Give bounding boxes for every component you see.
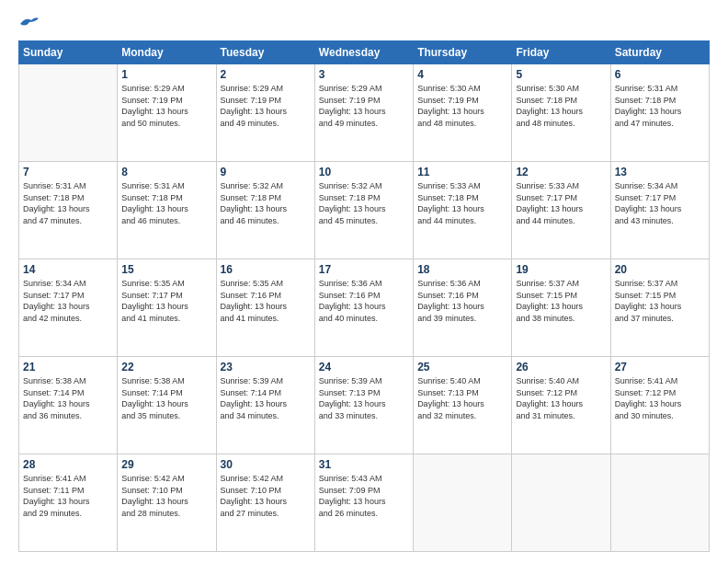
day-info: Sunrise: 5:37 AM Sunset: 7:15 PM Dayligh… [516,278,606,324]
weekday-thursday: Thursday [414,41,512,64]
day-number: 29 [121,458,211,471]
day-number: 15 [121,263,211,276]
day-info: Sunrise: 5:40 AM Sunset: 7:12 PM Dayligh… [516,375,606,421]
day-number: 16 [221,263,311,276]
day-info: Sunrise: 5:41 AM Sunset: 7:11 PM Dayligh… [23,473,113,519]
calendar-cell [610,454,709,552]
calendar-cell: 13Sunrise: 5:34 AM Sunset: 7:17 PM Dayli… [610,162,709,259]
week-row-4: 28Sunrise: 5:41 AM Sunset: 7:11 PM Dayli… [19,454,710,552]
day-number: 17 [319,263,409,276]
calendar-cell: 17Sunrise: 5:36 AM Sunset: 7:16 PM Dayli… [314,259,413,357]
calendar-cell: 5Sunrise: 5:30 AM Sunset: 7:18 PM Daylig… [512,64,610,162]
weekday-saturday: Saturday [610,41,709,64]
calendar-cell: 10Sunrise: 5:32 AM Sunset: 7:18 PM Dayli… [314,162,413,259]
day-number: 10 [319,166,409,178]
day-info: Sunrise: 5:31 AM Sunset: 7:18 PM Dayligh… [23,180,113,226]
calendar-cell: 12Sunrise: 5:33 AM Sunset: 7:17 PM Dayli… [512,162,610,259]
day-number: 14 [23,263,113,276]
weekday-monday: Monday [118,41,216,64]
day-info: Sunrise: 5:29 AM Sunset: 7:19 PM Dayligh… [221,83,311,129]
day-info: Sunrise: 5:31 AM Sunset: 7:18 PM Dayligh… [121,180,211,226]
day-number: 8 [121,166,211,178]
day-info: Sunrise: 5:41 AM Sunset: 7:12 PM Dayligh… [615,375,705,421]
day-info: Sunrise: 5:39 AM Sunset: 7:14 PM Dayligh… [221,375,311,421]
calendar-cell [512,454,610,552]
calendar-table: SundayMondayTuesdayWednesdayThursdayFrid… [18,40,710,552]
day-info: Sunrise: 5:36 AM Sunset: 7:16 PM Dayligh… [319,278,409,324]
day-number: 28 [23,458,113,471]
day-info: Sunrise: 5:30 AM Sunset: 7:19 PM Dayligh… [417,83,507,129]
calendar-cell: 16Sunrise: 5:35 AM Sunset: 7:16 PM Dayli… [216,259,314,357]
day-info: Sunrise: 5:34 AM Sunset: 7:17 PM Dayligh… [23,278,113,324]
week-row-3: 21Sunrise: 5:38 AM Sunset: 7:14 PM Dayli… [19,357,710,454]
day-number: 5 [516,68,606,81]
day-number: 1 [121,68,211,81]
day-number: 7 [23,166,113,178]
weekday-header-row: SundayMondayTuesdayWednesdayThursdayFrid… [19,41,710,64]
calendar-cell: 28Sunrise: 5:41 AM Sunset: 7:11 PM Dayli… [19,454,118,552]
calendar-cell: 2Sunrise: 5:29 AM Sunset: 7:19 PM Daylig… [216,64,314,162]
day-number: 31 [319,458,409,471]
calendar-cell: 24Sunrise: 5:39 AM Sunset: 7:13 PM Dayli… [314,357,413,454]
calendar-cell: 14Sunrise: 5:34 AM Sunset: 7:17 PM Dayli… [19,259,118,357]
calendar-cell: 15Sunrise: 5:35 AM Sunset: 7:17 PM Dayli… [118,259,216,357]
day-info: Sunrise: 5:29 AM Sunset: 7:19 PM Dayligh… [121,83,211,129]
day-number: 19 [516,263,606,276]
weekday-tuesday: Tuesday [216,41,314,64]
day-number: 22 [121,361,211,373]
day-info: Sunrise: 5:35 AM Sunset: 7:16 PM Dayligh… [221,278,311,324]
calendar-cell: 26Sunrise: 5:40 AM Sunset: 7:12 PM Dayli… [512,357,610,454]
calendar-cell: 9Sunrise: 5:32 AM Sunset: 7:18 PM Daylig… [216,162,314,259]
day-number: 9 [221,166,311,178]
page: SundayMondayTuesdayWednesdayThursdayFrid… [0,0,728,563]
day-number: 12 [516,166,606,178]
day-number: 20 [615,263,705,276]
week-row-2: 14Sunrise: 5:34 AM Sunset: 7:17 PM Dayli… [19,259,710,357]
day-number: 2 [221,68,311,81]
day-number: 21 [23,361,113,373]
calendar-cell: 1Sunrise: 5:29 AM Sunset: 7:19 PM Daylig… [118,64,216,162]
day-number: 3 [319,68,409,81]
day-info: Sunrise: 5:32 AM Sunset: 7:18 PM Dayligh… [221,180,311,226]
day-number: 27 [615,361,705,373]
calendar-cell: 11Sunrise: 5:33 AM Sunset: 7:18 PM Dayli… [414,162,512,259]
week-row-0: 1Sunrise: 5:29 AM Sunset: 7:19 PM Daylig… [19,64,710,162]
day-info: Sunrise: 5:31 AM Sunset: 7:18 PM Dayligh… [615,83,705,129]
calendar-cell: 6Sunrise: 5:31 AM Sunset: 7:18 PM Daylig… [610,64,709,162]
day-number: 11 [417,166,507,178]
day-number: 26 [516,361,606,373]
calendar-cell: 21Sunrise: 5:38 AM Sunset: 7:14 PM Dayli… [19,357,118,454]
logo-bird-icon [18,15,39,31]
day-info: Sunrise: 5:42 AM Sunset: 7:10 PM Dayligh… [221,473,311,519]
weekday-wednesday: Wednesday [314,41,413,64]
calendar-cell: 29Sunrise: 5:42 AM Sunset: 7:10 PM Dayli… [118,454,216,552]
day-number: 6 [615,68,705,81]
day-number: 13 [615,166,705,178]
day-number: 4 [417,68,507,81]
week-row-1: 7Sunrise: 5:31 AM Sunset: 7:18 PM Daylig… [19,162,710,259]
day-info: Sunrise: 5:29 AM Sunset: 7:19 PM Dayligh… [319,83,409,129]
day-info: Sunrise: 5:30 AM Sunset: 7:18 PM Dayligh… [516,83,606,129]
calendar-cell [19,64,118,162]
day-number: 23 [221,361,311,373]
calendar-cell: 25Sunrise: 5:40 AM Sunset: 7:13 PM Dayli… [414,357,512,454]
calendar-cell: 20Sunrise: 5:37 AM Sunset: 7:15 PM Dayli… [610,259,709,357]
day-number: 18 [417,263,507,276]
calendar-cell: 19Sunrise: 5:37 AM Sunset: 7:15 PM Dayli… [512,259,610,357]
weekday-sunday: Sunday [19,41,118,64]
day-info: Sunrise: 5:39 AM Sunset: 7:13 PM Dayligh… [319,375,409,421]
day-info: Sunrise: 5:34 AM Sunset: 7:17 PM Dayligh… [615,180,705,226]
day-number: 30 [221,458,311,471]
day-info: Sunrise: 5:33 AM Sunset: 7:18 PM Dayligh… [417,180,507,226]
calendar-cell: 8Sunrise: 5:31 AM Sunset: 7:18 PM Daylig… [118,162,216,259]
calendar-cell: 27Sunrise: 5:41 AM Sunset: 7:12 PM Dayli… [610,357,709,454]
day-number: 24 [319,361,409,373]
day-info: Sunrise: 5:43 AM Sunset: 7:09 PM Dayligh… [319,473,409,519]
calendar-cell [414,454,512,552]
calendar-cell: 7Sunrise: 5:31 AM Sunset: 7:18 PM Daylig… [19,162,118,259]
calendar-cell: 23Sunrise: 5:39 AM Sunset: 7:14 PM Dayli… [216,357,314,454]
calendar-cell: 30Sunrise: 5:42 AM Sunset: 7:10 PM Dayli… [216,454,314,552]
calendar-cell: 3Sunrise: 5:29 AM Sunset: 7:19 PM Daylig… [314,64,413,162]
day-number: 25 [417,361,507,373]
header [18,15,710,31]
